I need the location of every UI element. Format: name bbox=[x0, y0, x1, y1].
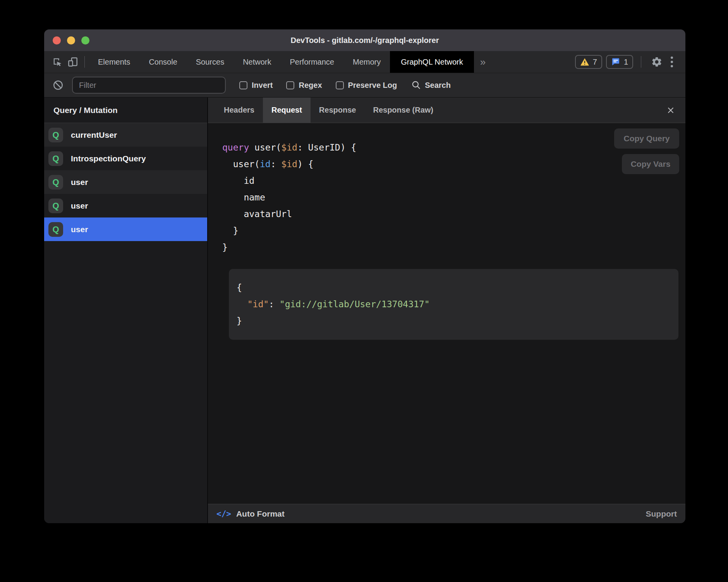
regex-label: Regex bbox=[299, 81, 322, 90]
close-icon bbox=[666, 106, 675, 115]
detail-tabs: Headers Request Response Response (Raw) bbox=[208, 98, 685, 123]
support-link[interactable]: Support bbox=[646, 509, 677, 519]
minimize-window-button[interactable] bbox=[67, 36, 75, 45]
device-toolbar-icon[interactable] bbox=[65, 51, 81, 73]
titlebar: DevTools - gitlab.com/-/graphql-explorer bbox=[44, 29, 685, 51]
main-area: Query / Mutation Q currentUser Q Introsp… bbox=[44, 98, 685, 523]
invert-checkbox[interactable] bbox=[239, 81, 247, 89]
tab-response[interactable]: Response bbox=[311, 98, 365, 123]
tab-sources[interactable]: Sources bbox=[187, 51, 234, 73]
warnings-badge[interactable]: 7 bbox=[575, 55, 602, 69]
message-count: 1 bbox=[624, 58, 628, 67]
preserve-log-checkbox[interactable] bbox=[336, 81, 344, 89]
warning-icon bbox=[580, 57, 589, 67]
query-list-item[interactable]: Q user bbox=[44, 194, 207, 217]
clear-block-icon[interactable] bbox=[50, 79, 66, 91]
settings-gear-icon[interactable] bbox=[649, 56, 664, 68]
search-icon bbox=[411, 80, 421, 90]
query-label: IntrospectionQuery bbox=[71, 154, 146, 163]
invert-label: Invert bbox=[252, 81, 273, 90]
search-label: Search bbox=[425, 81, 451, 90]
regex-checkbox-group: Regex bbox=[286, 81, 322, 90]
tab-request[interactable]: Request bbox=[263, 98, 311, 123]
request-content: Copy Query Copy Vars query user($id: Use… bbox=[208, 123, 685, 504]
search-control[interactable]: Search bbox=[411, 80, 451, 90]
panel-footer: </> Auto Format Support bbox=[208, 504, 685, 523]
sidebar-header: Query / Mutation bbox=[44, 98, 207, 123]
toolbar-separator-2 bbox=[641, 56, 641, 68]
auto-format-button[interactable]: Auto Format bbox=[236, 509, 285, 519]
devtools-toolbar: Elements Console Sources Network Perform… bbox=[44, 51, 685, 73]
query-list-item-selected[interactable]: Q user bbox=[44, 217, 207, 241]
copy-query-button[interactable]: Copy Query bbox=[614, 128, 679, 149]
query-type-badge: Q bbox=[48, 175, 63, 190]
query-type-badge: Q bbox=[48, 128, 63, 142]
regex-checkbox[interactable] bbox=[286, 81, 294, 89]
detail-panel: Headers Request Response Response (Raw) … bbox=[208, 98, 685, 523]
traffic-lights bbox=[53, 29, 89, 51]
zoom-window-button[interactable] bbox=[81, 36, 89, 45]
warning-count: 7 bbox=[593, 58, 597, 67]
more-tabs-icon[interactable]: » bbox=[474, 51, 492, 73]
more-options-icon[interactable] bbox=[668, 56, 675, 67]
inspect-element-icon[interactable] bbox=[50, 51, 65, 73]
query-list-item[interactable]: Q IntrospectionQuery bbox=[44, 147, 207, 170]
toolbar-separator bbox=[84, 56, 85, 68]
query-type-badge: Q bbox=[48, 199, 63, 213]
query-label: user bbox=[71, 178, 88, 187]
tab-memory[interactable]: Memory bbox=[343, 51, 390, 73]
preserve-log-label: Preserve Log bbox=[348, 81, 397, 90]
message-icon bbox=[611, 57, 620, 67]
query-label: user bbox=[71, 201, 88, 211]
query-list-item[interactable]: Q user bbox=[44, 170, 207, 194]
close-window-button[interactable] bbox=[53, 36, 61, 45]
preserve-log-checkbox-group: Preserve Log bbox=[336, 81, 397, 90]
query-list-item[interactable]: Q currentUser bbox=[44, 123, 207, 147]
window-title: DevTools - gitlab.com/-/graphql-explorer bbox=[290, 36, 439, 45]
tab-graphql-network[interactable]: GraphQL Network bbox=[390, 51, 474, 73]
close-panel-button[interactable] bbox=[663, 98, 678, 123]
invert-checkbox-group: Invert bbox=[239, 81, 273, 90]
tab-headers[interactable]: Headers bbox=[215, 98, 263, 123]
devtools-window: DevTools - gitlab.com/-/graphql-explorer… bbox=[44, 29, 685, 523]
query-label: user bbox=[71, 225, 88, 234]
copy-vars-button[interactable]: Copy Vars bbox=[622, 154, 679, 174]
issues-badge[interactable]: 1 bbox=[606, 55, 633, 69]
tab-performance[interactable]: Performance bbox=[281, 51, 344, 73]
tab-network[interactable]: Network bbox=[234, 51, 280, 73]
query-type-badge: Q bbox=[48, 222, 63, 237]
query-variables-code: { "id": "gid://gitlab/User/13704317"} bbox=[237, 279, 671, 329]
tab-console[interactable]: Console bbox=[139, 51, 186, 73]
tab-response-raw[interactable]: Response (Raw) bbox=[364, 98, 442, 123]
code-format-icon: </> bbox=[216, 509, 231, 519]
filter-bar: Invert Regex Preserve Log Search bbox=[44, 73, 685, 98]
query-type-badge: Q bbox=[48, 151, 63, 166]
query-sidebar: Query / Mutation Q currentUser Q Introsp… bbox=[44, 98, 208, 523]
query-label: currentUser bbox=[71, 130, 117, 140]
tab-elements[interactable]: Elements bbox=[89, 51, 139, 73]
filter-input[interactable] bbox=[72, 77, 226, 94]
query-variables-card: { "id": "gid://gitlab/User/13704317"} bbox=[229, 269, 678, 340]
